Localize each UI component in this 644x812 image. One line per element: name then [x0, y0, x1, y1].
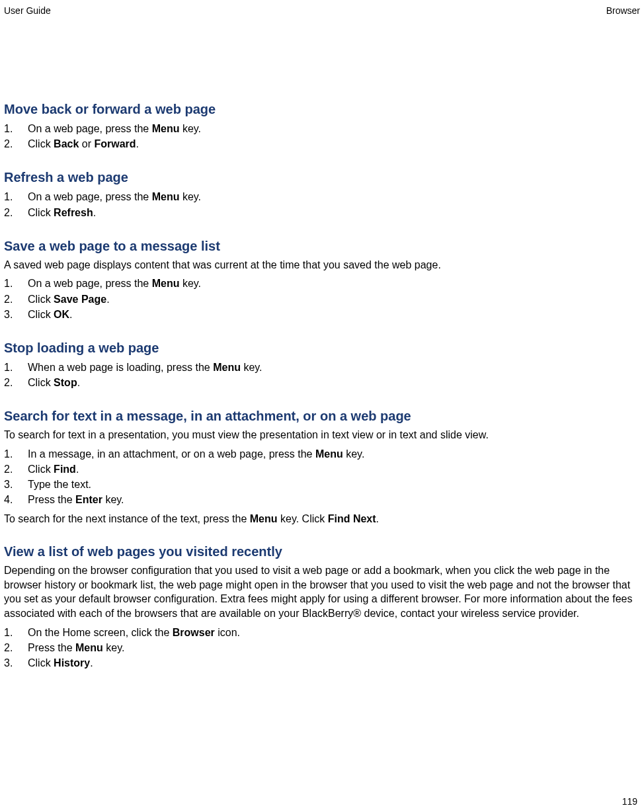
bold-text: Stop — [54, 377, 77, 388]
section-intro: Depending on the browser configuration t… — [4, 563, 640, 620]
bold-text: OK — [54, 309, 69, 320]
step-item: On a web page, press the Menu key. — [4, 121, 640, 136]
step-item: On a web page, press the Menu key. — [4, 189, 640, 204]
section-heading: View a list of web pages you visited rec… — [4, 544, 640, 559]
page: User Guide Browser Move back or forward … — [0, 0, 644, 812]
bold-text: Refresh — [54, 207, 93, 218]
step-item: Click Save Page. — [4, 292, 640, 307]
bold-text: Menu — [75, 642, 103, 653]
bold-text: Back — [54, 138, 79, 149]
step-list: When a web page is loading, press the Me… — [4, 360, 640, 390]
section-intro: A saved web page displays content that w… — [4, 258, 640, 272]
step-item: Click Refresh. — [4, 205, 640, 220]
page-content: Move back or forward a web pageOn a web … — [4, 102, 640, 670]
step-item: Press the Menu key. — [4, 640, 640, 655]
step-item: When a web page is loading, press the Me… — [4, 360, 640, 375]
step-item: Press the Enter key. — [4, 492, 640, 507]
step-item: Click History. — [4, 655, 640, 670]
bold-text: History — [54, 657, 90, 669]
step-item: Click OK. — [4, 307, 640, 322]
step-item: On the Home screen, click the Browser ic… — [4, 625, 640, 640]
header-left: User Guide — [4, 5, 51, 16]
bold-text: Find — [54, 464, 76, 475]
section-heading: Move back or forward a web page — [4, 102, 640, 117]
header-right: Browser — [606, 5, 640, 16]
bold-text: Save Page — [54, 294, 106, 305]
step-item: Click Back or Forward. — [4, 136, 640, 151]
step-item: Click Find. — [4, 462, 640, 477]
page-number: 119 — [622, 796, 637, 807]
bold-text: Menu — [152, 191, 180, 202]
section-heading: Search for text in a message, in an atta… — [4, 409, 640, 424]
bold-text: Forward — [94, 138, 136, 149]
section-heading: Save a web page to a message list — [4, 239, 640, 254]
bold-text: Menu — [152, 278, 180, 289]
step-list: On the Home screen, click the Browser ic… — [4, 625, 640, 671]
step-list: In a message, in an attachment, or on a … — [4, 446, 640, 508]
step-list: On a web page, press the Menu key.Click … — [4, 276, 640, 322]
bold-text: Menu — [152, 123, 180, 134]
section-heading: Stop loading a web page — [4, 341, 640, 356]
step-item: Click Stop. — [4, 375, 640, 390]
page-header: User Guide Browser — [4, 5, 640, 16]
step-list: On a web page, press the Menu key.Click … — [4, 189, 640, 220]
bold-text: Enter — [75, 494, 102, 505]
section-heading: Refresh a web page — [4, 170, 640, 185]
bold-text: Browser — [173, 627, 215, 638]
bold-text: Menu — [315, 448, 343, 460]
bold-text: Menu — [250, 513, 278, 524]
bold-text: Find Next — [328, 513, 376, 524]
bold-text: Menu — [213, 362, 241, 373]
section-intro: To search for text in a presentation, yo… — [4, 428, 640, 442]
step-item: On a web page, press the Menu key. — [4, 276, 640, 291]
section-outro: To search for the next instance of the t… — [4, 512, 640, 526]
step-list: On a web page, press the Menu key.Click … — [4, 121, 640, 151]
step-item: In a message, in an attachment, or on a … — [4, 446, 640, 462]
step-item: Type the text. — [4, 477, 640, 492]
